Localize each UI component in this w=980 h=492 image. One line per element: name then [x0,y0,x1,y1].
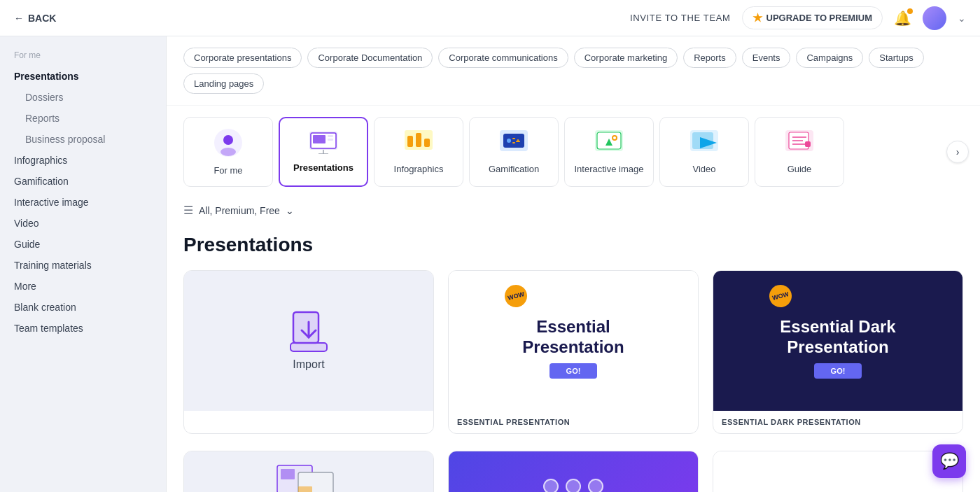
svg-point-16 [507,139,511,143]
for-me-label: For me [214,165,242,176]
import-content: Import [288,311,330,371]
sidebar-item-video[interactable]: Video [0,213,166,234]
infographics-label: Infographics [394,164,444,174]
import-icon [288,311,330,353]
sidebar-item-interactive-image[interactable]: Interactive image [0,192,166,213]
notifications-button[interactable]: 🔔 [894,10,911,27]
sidebar-item-infographics[interactable]: Infographics [0,150,166,171]
gamification-icon [500,130,528,158]
svg-rect-35 [293,312,318,343]
svg-rect-43 [298,486,312,492]
sidebar-item-gamification[interactable]: Gamification [0,171,166,192]
bottom-cards-row [167,451,980,492]
sidebar-item-team-templates[interactable]: Team templates [0,318,166,339]
category-card-infographics[interactable]: Infographics [374,117,463,187]
svg-rect-13 [424,139,430,147]
interactive-image-icon [595,130,623,158]
cards-next-button[interactable]: › [946,141,969,163]
topbar-right: INVITE TO THE TEAM ★ UPGRADE TO PREMIUM … [630,6,966,30]
svg-rect-34 [805,141,811,147]
bottom-card-1[interactable] [183,451,434,492]
sidebar-item-reports[interactable]: Reports [0,108,166,129]
essential-preview: WOW EssentialPresentation GO! [449,271,698,411]
filter-tab-corporate-marketing[interactable]: Corporate marketing [574,48,678,68]
wow-badge-dark: WOW [769,285,792,307]
sidebar: For me Presentations Dossiers Reports Bu… [0,36,167,492]
filter-tab-corporate-presentations[interactable]: Corporate presentations [183,48,302,68]
chat-bubble[interactable]: 💬 [932,444,966,478]
guide-label: Guide [788,164,812,174]
svg-rect-6 [328,135,333,137]
chevron-down-icon[interactable]: ⌄ [958,13,966,24]
filter-chevron-icon[interactable]: ⌄ [286,205,294,216]
bottom-preview-2 [449,451,698,492]
for-me-icon [214,129,242,160]
svg-point-25 [613,136,616,139]
svg-rect-11 [407,136,413,147]
svg-rect-42 [281,469,295,479]
essential-dark-card[interactable]: WOW Essential DarkPresentation GO! ESSEN… [713,270,963,434]
topbar: ← BACK INVITE TO THE TEAM ★ UPGRADE TO P… [0,0,980,36]
category-card-gamification[interactable]: Gamification [469,117,559,187]
sidebar-section-for-me: For me [0,48,166,66]
filter-tab-startups[interactable]: Startups [869,48,923,68]
filter-tab-corporate-documentation[interactable]: Corporate Documentation [307,48,433,68]
import-preview: Import [184,271,433,411]
presentations-label: Presentations [293,162,354,173]
essential-title: EssentialPresentation [522,317,624,358]
video-icon [690,130,718,158]
star-icon: ★ [752,11,762,24]
essential-dark-go-button[interactable]: GO! [814,363,862,379]
filter-bar: ☰ All, Premium, Free ⌄ [167,198,980,228]
bottom-card-3[interactable] [713,451,963,492]
bottom-preview-3 [713,451,962,492]
upgrade-button[interactable]: ★ UPGRADE TO PREMIUM [742,6,883,29]
svg-point-1 [223,135,233,145]
filter-tab-events[interactable]: Events [742,48,791,68]
category-card-presentations[interactable]: Presentations [279,117,368,187]
sidebar-item-dossiers[interactable]: Dossiers [0,87,166,108]
import-card[interactable]: Import [183,270,434,434]
category-card-guide[interactable]: Guide [755,117,844,187]
category-cards-row: For me Presentations Infographics [167,106,980,198]
filter-tab-campaigns[interactable]: Campaigns [796,48,863,68]
essential-presentation-card[interactable]: WOW EssentialPresentation GO! ESSENTIAL … [448,270,699,434]
category-card-interactive-image[interactable]: Interactive image [564,117,654,187]
filter-tab-reports[interactable]: Reports [683,48,736,68]
invite-button[interactable]: INVITE TO THE TEAM [630,13,731,23]
sidebar-item-more[interactable]: More [0,276,166,297]
upgrade-label: UPGRADE TO PREMIUM [766,13,872,23]
category-card-for-me[interactable]: For me [183,117,273,187]
filter-label: All, Premium, Free [199,205,280,216]
svg-point-2 [220,148,236,156]
back-label: BACK [28,13,56,24]
svg-rect-7 [328,139,333,141]
topbar-left: ← BACK [14,13,56,24]
svg-rect-12 [416,133,421,147]
bottom-card-2[interactable] [448,451,699,492]
svg-rect-18 [512,142,515,143]
svg-rect-17 [512,138,515,139]
section-title: Presentations [183,234,963,256]
essential-go-button[interactable]: GO! [550,363,598,379]
essential-dark-label: ESSENTIAL DARK PRESENTATION [713,411,962,433]
sidebar-item-blank-creation[interactable]: Blank creation [0,297,166,318]
arrow-left-icon: ← [14,13,24,24]
svg-rect-5 [313,135,326,143]
back-button[interactable]: ← BACK [14,13,56,24]
bottom-circles [543,479,603,492]
import-label: Import [293,358,324,371]
filter-tab-corporate-communications[interactable]: Corporate communications [438,48,568,68]
avatar[interactable] [923,6,946,30]
sidebar-item-business-proposal[interactable]: Business proposal [0,129,166,150]
avatar-image [923,6,946,30]
filter-tab-landing-pages[interactable]: Landing pages [183,73,264,94]
sidebar-item-training-materials[interactable]: Training materials [0,255,166,276]
category-card-video[interactable]: Video [659,117,749,187]
sidebar-item-guide[interactable]: Guide [0,234,166,255]
essential-dark-title: Essential DarkPresentation [780,317,895,358]
filter-tabs: Corporate presentations Corporate Docume… [167,36,980,106]
filter-icon: ☰ [183,204,193,217]
sidebar-item-presentations[interactable]: Presentations [0,66,166,87]
interactive-image-label: Interactive image [575,164,644,174]
